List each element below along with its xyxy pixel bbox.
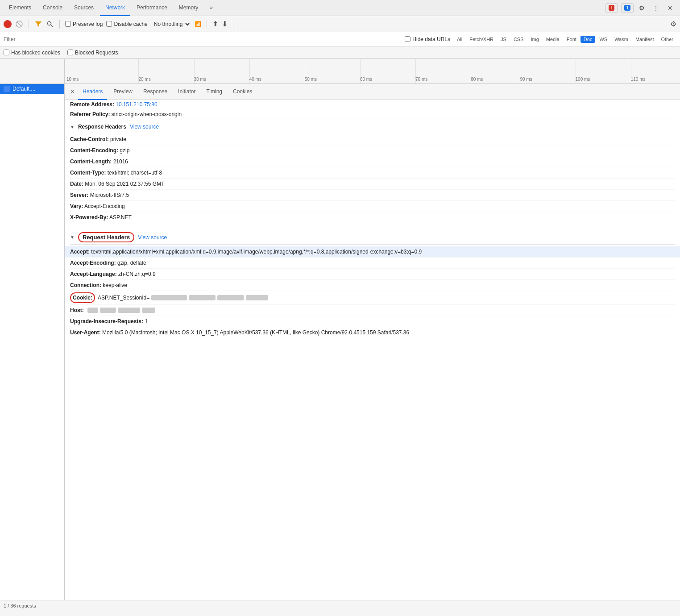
filter-js[interactable]: JS (498, 36, 510, 43)
referrer-policy-row: Referrer Policy: strict-origin-when-cros… (70, 109, 675, 120)
accept-encoding-row: Accept-Encoding: gzip, deflate (70, 258, 675, 269)
user-agent-val: Mozilla/5.0 (Macintosh; Intel Mac OS X 1… (102, 329, 409, 336)
network-settings-icon[interactable]: ⚙ (670, 20, 676, 28)
has-blocked-cookies-label[interactable]: Has blocked cookies (4, 50, 60, 56)
vary-val: Accept-Encoding (84, 203, 125, 209)
hide-data-urls-checkbox[interactable] (405, 36, 410, 42)
filter-manifest[interactable]: Manifest (632, 36, 657, 43)
details-close-btn[interactable]: ✕ (68, 88, 76, 96)
filter-css[interactable]: CSS (510, 36, 527, 43)
date-key: Date: (70, 181, 83, 187)
disable-cache-checkbox[interactable] (106, 21, 112, 27)
info-badge-btn[interactable]: 1 (621, 3, 634, 13)
content-type-val: text/html; charset=utf-8 (108, 170, 162, 176)
search-icon[interactable] (46, 20, 54, 28)
tab-elements[interactable]: Elements (4, 0, 37, 16)
record-btn[interactable] (4, 20, 12, 28)
content-type-key: Content-Type: (70, 170, 106, 176)
filter-font[interactable]: Font (564, 36, 580, 43)
upgrade-insecure-key: Upgrade-Insecure-Requests: (70, 318, 143, 325)
tick-60ms: 60 ms (360, 77, 372, 82)
details-tab-headers[interactable]: Headers (78, 84, 107, 100)
main-area: Default.... ✕ Headers Preview Response I… (0, 84, 680, 600)
connection-val: keep-alive (103, 282, 127, 288)
tick-20ms: 20 ms (138, 77, 150, 82)
settings-btn[interactable]: ⚙ (635, 2, 648, 14)
x-powered-by-row: X-Powered-By: ASP.NET (70, 212, 675, 223)
accept-language-row: Accept-Language: zh-CN,zh;q=0.9 (70, 269, 675, 280)
name-item-default[interactable]: Default.... (0, 84, 64, 94)
details-tab-timing[interactable]: Timing (202, 84, 227, 100)
tab-memory[interactable]: Memory (174, 0, 203, 16)
content-encoding-row: Content-Encoding: gzip (70, 145, 675, 156)
tick-70ms: 70 ms (415, 77, 427, 82)
host-blur-2 (100, 308, 116, 313)
filter-ws[interactable]: WS (596, 36, 610, 43)
details-tab-initiator[interactable]: Initiator (174, 84, 200, 100)
vary-key: Vary: (70, 203, 83, 209)
content-length-val: 21016 (113, 158, 128, 165)
error-badge-btn[interactable]: 1 (605, 3, 618, 13)
more-btn[interactable]: ⋮ (650, 2, 662, 14)
tab-more[interactable]: » (204, 0, 218, 16)
details-tab-preview[interactable]: Preview (109, 84, 137, 100)
request-triangle: ▼ (70, 235, 75, 240)
filter-doc[interactable]: Doc (580, 36, 596, 43)
filter-input[interactable] (4, 36, 401, 42)
vary-row: Vary: Accept-Encoding (70, 201, 675, 212)
server-row: Server: Microsoft-IIS/7.5 (70, 190, 675, 201)
hide-data-urls-label[interactable]: Hide data URLs (405, 36, 450, 42)
server-val: Microsoft-IIS/7.5 (90, 192, 129, 198)
status-text: 1 / 36 requests (4, 603, 36, 608)
clear-btn[interactable] (15, 20, 23, 28)
import-icon[interactable]: ⬆ (212, 20, 218, 28)
file-icon (4, 86, 10, 92)
cache-control-row: Cache-Control: private (70, 134, 675, 145)
tab-sources[interactable]: Sources (69, 0, 99, 16)
filter-img[interactable]: Img (528, 36, 542, 43)
details-tab-cookies[interactable]: Cookies (228, 84, 257, 100)
close-btn[interactable]: ✕ (664, 2, 676, 14)
filter-types: All Fetch/XHR JS CSS Img Media Font Doc … (454, 36, 676, 43)
has-blocked-cookies-checkbox[interactable] (4, 50, 9, 55)
host-blur-4 (142, 308, 155, 313)
export-icon[interactable]: ⬇ (222, 20, 228, 28)
tick-110ms: 110 ms (631, 77, 646, 82)
timeline-ruler: 10 ms 20 ms 30 ms 40 ms 50 ms 60 ms 70 m… (65, 59, 680, 83)
blocked-requests-checkbox[interactable] (67, 50, 73, 55)
referrer-policy-val: strict-origin-when-cross-origin (112, 111, 182, 117)
accept-val: text/html,application/xhtml+xml,applicat… (91, 249, 422, 255)
cookie-key: Cookie: (70, 292, 95, 303)
filter-fetchxhr[interactable]: Fetch/XHR (466, 36, 497, 43)
svg-line-1 (17, 22, 21, 26)
tick-30ms: 30 ms (194, 77, 206, 82)
disable-cache-label[interactable]: Disable cache (106, 21, 147, 27)
filter-media[interactable]: Media (543, 36, 563, 43)
preserve-log-checkbox[interactable] (65, 21, 71, 27)
upgrade-insecure-val: 1 (145, 318, 148, 325)
devtools-tab-bar: Elements Console Sources Network Perform… (0, 0, 680, 16)
connection-key: Connection: (70, 282, 101, 288)
response-view-source-btn[interactable]: View source (130, 124, 159, 130)
filter-icon[interactable] (34, 20, 42, 28)
tab-performance[interactable]: Performance (131, 0, 173, 16)
svg-marker-2 (35, 21, 41, 27)
toolbar-sep-4 (233, 20, 233, 29)
server-key: Server: (70, 192, 88, 198)
filter-wasm[interactable]: Wasm (611, 36, 631, 43)
details-tab-response[interactable]: Response (139, 84, 172, 100)
preserve-log-label[interactable]: Preserve log (65, 21, 103, 27)
tab-network[interactable]: Network (100, 0, 130, 16)
blocked-requests-label[interactable]: Blocked Requests (67, 50, 118, 56)
content-encoding-key: Content-Encoding: (70, 147, 118, 154)
throttle-select[interactable]: No throttling (151, 21, 191, 28)
request-view-source-btn[interactable]: View source (138, 234, 167, 241)
filter-all[interactable]: All (454, 36, 465, 43)
tab-console[interactable]: Console (37, 0, 68, 16)
accept-row: Accept: text/html,application/xhtml+xml,… (65, 246, 680, 258)
wifi-icon[interactable]: 📶 (195, 21, 201, 27)
toolbar-sep-2 (59, 20, 60, 29)
timeline-name-col (0, 59, 65, 83)
status-bar: 1 / 36 requests (0, 600, 680, 611)
filter-other[interactable]: Other (658, 36, 676, 43)
